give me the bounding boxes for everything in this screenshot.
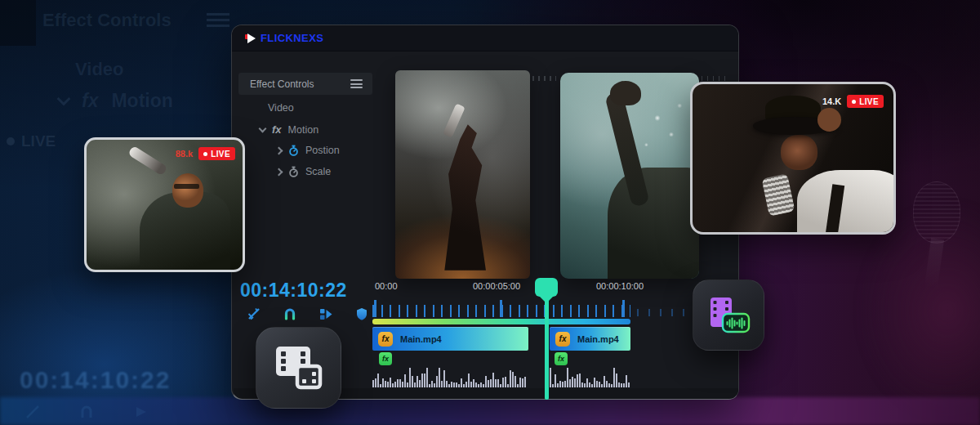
film-strip-icon bbox=[274, 345, 323, 391]
chevron-right-icon[interactable] bbox=[275, 146, 283, 154]
ghost-live-label: LIVE bbox=[21, 132, 56, 150]
background-corner-tile bbox=[0, 0, 36, 46]
viewer-count: 14.K bbox=[822, 96, 841, 106]
ghost-timecode: 00:14:10:22 bbox=[20, 366, 171, 394]
stage: Effect Controls Video fx Motion LIVE 00:… bbox=[0, 0, 980, 425]
audio-waveform-2[interactable] bbox=[550, 366, 630, 387]
ghost-play-icon bbox=[132, 404, 149, 420]
ghost-motion-row: fx Motion bbox=[59, 90, 173, 112]
hand-shape bbox=[817, 108, 842, 132]
linked-selection-off-icon[interactable] bbox=[247, 306, 261, 321]
tree-item-video[interactable]: Video bbox=[268, 102, 294, 114]
live-badge: LIVE bbox=[847, 95, 884, 108]
live-stream-card-left[interactable]: 88.k LIVE bbox=[84, 137, 245, 272]
live-badge-row: 14.K LIVE bbox=[822, 95, 884, 108]
film-waveform-icon bbox=[706, 296, 751, 335]
app-logo[interactable]: FLICKNEXS bbox=[245, 32, 323, 44]
singer-face bbox=[781, 135, 817, 170]
timeline-toolbar bbox=[247, 306, 369, 321]
ghost-toolbar-icons bbox=[24, 404, 149, 420]
live-label: LIVE bbox=[859, 97, 879, 106]
position-label: Postion bbox=[305, 145, 340, 156]
fx-badge-icon[interactable]: fx bbox=[378, 332, 393, 347]
snap-magnet-icon[interactable] bbox=[283, 306, 297, 321]
audio-waveform-1[interactable] bbox=[372, 366, 528, 387]
vintage-microphone-shape bbox=[761, 173, 795, 217]
video-clip-1[interactable]: fx Main.mp4 bbox=[372, 327, 528, 351]
singer-silhouette bbox=[430, 124, 495, 271]
chevron-right-icon[interactable] bbox=[275, 168, 283, 176]
shield-icon[interactable] bbox=[354, 306, 369, 321]
live-label: LIVE bbox=[211, 150, 230, 159]
scale-label: Scale bbox=[305, 166, 331, 177]
monitor-ruler-ticks bbox=[702, 76, 728, 81]
major-tick bbox=[374, 300, 376, 317]
live-dot-icon bbox=[852, 100, 856, 104]
effect-controls-title: Effect Controls bbox=[250, 78, 314, 90]
chevron-down-icon[interactable] bbox=[259, 124, 267, 132]
motion-label: Motion bbox=[288, 124, 319, 136]
video-file-tile[interactable] bbox=[256, 327, 341, 409]
ghost-microphone-shape bbox=[913, 181, 960, 244]
panel-menu-icon[interactable] bbox=[350, 79, 363, 88]
white-shirt-shape bbox=[797, 170, 896, 235]
timeline-display-settings-icon[interactable] bbox=[318, 306, 333, 321]
audio-fx-badge-icon[interactable]: fx bbox=[379, 352, 392, 365]
raised-arm-shape bbox=[605, 91, 651, 207]
ghost-live-row: LIVE bbox=[7, 132, 56, 150]
clip-name: Main.mp4 bbox=[400, 334, 442, 344]
ghost-menu-icon bbox=[207, 13, 229, 28]
playhead-handle[interactable] bbox=[535, 278, 558, 297]
timeline-timecode: 00:14:10:22 bbox=[240, 280, 347, 302]
ruler-label-0: 00:00 bbox=[375, 281, 398, 291]
glasses-shape bbox=[174, 184, 199, 189]
live-dot-icon bbox=[203, 152, 207, 156]
logo-text: FLICKNEXS bbox=[261, 32, 323, 44]
major-tick bbox=[500, 300, 502, 317]
program-monitor-clip-2 bbox=[560, 73, 699, 279]
audio-fx-badge-icon[interactable]: fx bbox=[555, 352, 568, 365]
ghost-magnet-icon bbox=[78, 404, 95, 420]
ghost-video-label: Video bbox=[75, 59, 124, 80]
singer-face bbox=[172, 173, 203, 207]
viewer-count: 88.k bbox=[176, 149, 193, 159]
effect-controls-header[interactable]: Effect Controls bbox=[238, 73, 372, 95]
stopwatch-icon[interactable] bbox=[288, 166, 299, 177]
tree-item-position[interactable]: Postion bbox=[276, 145, 340, 156]
live-badge: LIVE bbox=[198, 147, 235, 160]
media-audio-tile[interactable] bbox=[693, 280, 764, 351]
ruler-label-2: 00:00:10:00 bbox=[596, 281, 644, 291]
playhead-line[interactable] bbox=[545, 297, 549, 400]
tree-item-scale[interactable]: Scale bbox=[276, 166, 331, 177]
ghost-fx-icon: fx bbox=[82, 90, 98, 112]
ghost-live-dot-icon bbox=[7, 137, 15, 145]
performer-silhouette bbox=[608, 168, 699, 279]
clip-name: Main.mp4 bbox=[577, 334, 619, 344]
ghost-effect-controls-title: Effect Controls bbox=[42, 10, 172, 31]
ruler-label-1: 00:00:05:00 bbox=[473, 281, 520, 291]
fx-effect-icon: fx bbox=[272, 123, 282, 136]
work-area-bar[interactable] bbox=[372, 319, 630, 324]
logo-icon bbox=[245, 33, 257, 44]
video-clip-2[interactable]: fx Main.mp4 bbox=[550, 327, 630, 351]
ghost-slash-icon bbox=[24, 404, 41, 420]
program-monitor-clip-1 bbox=[395, 70, 530, 279]
video-label: Video bbox=[268, 102, 294, 114]
editor-topbar: FLICKNEXS bbox=[232, 25, 738, 51]
live-stream-card-right[interactable]: 14.K LIVE bbox=[690, 82, 896, 235]
ghost-motion-label: Motion bbox=[111, 90, 172, 112]
ghost-chevron-down-icon bbox=[57, 92, 71, 105]
microphone-shape bbox=[443, 103, 465, 137]
stopwatch-icon-active[interactable] bbox=[288, 145, 299, 156]
major-tick bbox=[622, 300, 625, 317]
fx-badge-icon[interactable]: fx bbox=[555, 332, 570, 347]
open-hand-shape bbox=[610, 81, 640, 105]
tree-item-motion[interactable]: fx Motion bbox=[260, 123, 318, 136]
live-badge-row: 88.k LIVE bbox=[176, 147, 235, 160]
microphone-shape bbox=[127, 145, 167, 176]
